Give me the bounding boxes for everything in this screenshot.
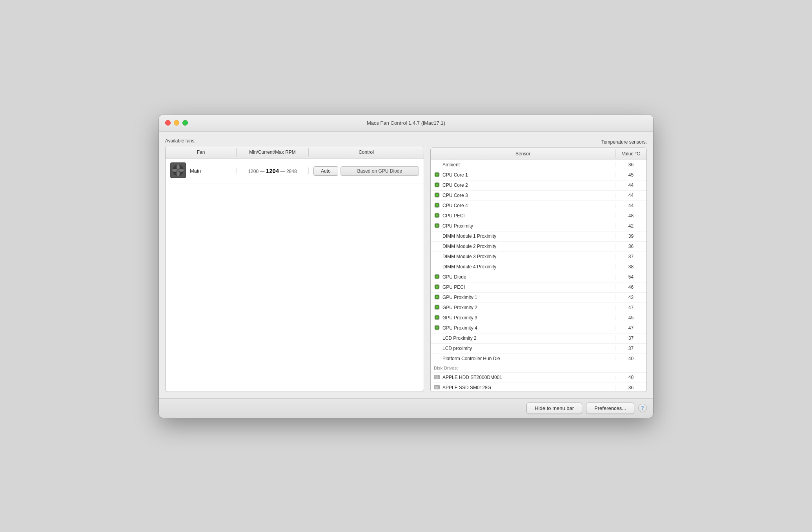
sensor-name: GPU Proximity 3 [442, 315, 477, 321]
sensor-name: CPU Core 4 [442, 203, 468, 208]
sensor-value: 45 [615, 172, 646, 178]
fan-auto-button[interactable]: Auto [313, 166, 338, 176]
chip-icon [434, 171, 440, 179]
sensor-name-cell: Ambient [431, 162, 615, 168]
sensor-row[interactable]: CPU Core 1 45 [431, 170, 646, 180]
sensors-col-sensor: Sensor [431, 149, 615, 158]
sensor-row[interactable]: DIMM Module 3 Proximity 37 [431, 252, 646, 262]
no-icon [434, 253, 440, 260]
sensor-name-cell: GPU Proximity 4 [431, 324, 615, 332]
svg-rect-130 [436, 275, 438, 277]
svg-rect-168 [436, 296, 438, 298]
chip-icon [434, 273, 440, 281]
no-icon [434, 233, 440, 239]
sensor-row[interactable]: GPU Diode 54 [431, 272, 646, 282]
sensors-table: Sensor Value °C Ambient 36 [430, 148, 647, 392]
sensor-row[interactable]: GPU PECI 46 [431, 282, 646, 293]
sensors-panel: Temperature sensors: Sensor Value °C Amb… [430, 138, 647, 392]
svg-point-12 [171, 175, 173, 177]
svg-rect-54 [436, 194, 438, 196]
svg-point-9 [178, 169, 179, 171]
disk-sensor-row[interactable]: APPLE HDD ST2000DM001 40 [431, 373, 646, 383]
sensor-value: 44 [615, 182, 646, 188]
sensor-value: 40 [615, 356, 646, 361]
disk-value: 36 [615, 385, 646, 390]
sensor-value: 42 [615, 223, 646, 229]
sensor-name-cell: GPU Proximity 2 [431, 304, 615, 312]
sensor-name: DIMM Module 3 Proximity [442, 254, 496, 259]
no-icon [434, 335, 440, 341]
sensor-name: DIMM Module 4 Proximity [442, 264, 496, 270]
fan-icon-cell: Main [166, 162, 236, 180]
sensor-name-cell: LCD Proximity 2 [431, 335, 615, 341]
sensor-name-cell: DIMM Module 4 Proximity [431, 264, 615, 270]
sensor-name-cell: GPU Diode [431, 273, 615, 281]
fan-rpm-current: 1204 [266, 168, 279, 174]
sensor-value: 42 [615, 295, 646, 300]
disk-sensor-row[interactable]: APPLE SSD SM0128G 36 [431, 383, 646, 392]
svg-rect-35 [436, 184, 438, 186]
sensor-row[interactable]: LCD proximity 37 [431, 344, 646, 354]
svg-point-13 [183, 175, 185, 177]
sensor-row[interactable]: DIMM Module 2 Proximity 36 [431, 242, 646, 252]
maximize-button[interactable] [182, 120, 188, 126]
fan-control-cell: Auto Based on GPU Diode [309, 166, 424, 176]
sensor-name: Platform Controller Hub Die [442, 356, 500, 361]
fan-rpm-dash: — [260, 169, 266, 174]
sensors-section-title: Temperature sensors: [601, 139, 647, 145]
svg-rect-16 [436, 173, 438, 175]
sensor-row[interactable]: GPU Proximity 2 47 [431, 303, 646, 313]
sensor-row[interactable]: CPU Core 2 44 [431, 180, 646, 191]
close-button[interactable] [165, 120, 171, 126]
sensor-row[interactable]: LCD Proximity 2 37 [431, 333, 646, 344]
sensor-name: LCD proximity [442, 346, 472, 351]
hide-to-menubar-button[interactable]: Hide to menu bar [526, 403, 582, 414]
sensor-row[interactable]: DIMM Module 4 Proximity 38 [431, 262, 646, 272]
sensor-row[interactable]: CPU Core 4 44 [431, 201, 646, 211]
sensor-name: DIMM Module 2 Proximity [442, 244, 496, 249]
sensor-name-cell: CPU Core 4 [431, 202, 615, 210]
sensor-name: Ambient [442, 162, 460, 168]
sensor-value: 45 [615, 315, 646, 321]
fans-section-title: Available fans: [165, 138, 424, 144]
fan-icon [170, 162, 186, 180]
sensor-value: 37 [615, 346, 646, 351]
sensor-value: 44 [615, 203, 646, 208]
sensor-name: CPU Core 2 [442, 182, 468, 188]
chip-icon [434, 192, 440, 199]
sensor-name-cell: CPU Core 1 [431, 171, 615, 179]
preferences-button[interactable]: Preferences... [586, 403, 634, 414]
sensor-value: 38 [615, 264, 646, 270]
svg-point-10 [171, 164, 173, 165]
minimize-button[interactable] [174, 120, 179, 126]
sensor-name-cell: CPU Core 3 [431, 192, 615, 199]
sensor-row[interactable]: CPU Proximity 42 [431, 221, 646, 231]
sensor-row[interactable]: DIMM Module 1 Proximity 39 [431, 231, 646, 242]
sensor-row[interactable]: Ambient 36 [431, 160, 646, 170]
sensor-row[interactable]: CPU PECI 48 [431, 211, 646, 221]
sensor-name: DIMM Module 1 Proximity [442, 233, 496, 239]
help-button[interactable]: ? [638, 404, 647, 412]
svg-rect-187 [436, 306, 438, 308]
svg-rect-111 [436, 224, 438, 226]
sensor-value: 48 [615, 213, 646, 219]
disk-icon [434, 384, 440, 392]
titlebar: Macs Fan Control 1.4.7 (iMac17,1) [159, 115, 653, 132]
sensor-name-cell: Platform Controller Hub Die [431, 355, 615, 362]
chip-icon [434, 294, 440, 301]
sensor-row[interactable]: GPU Proximity 4 47 [431, 323, 646, 333]
sensor-row[interactable]: Platform Controller Hub Die 40 [431, 354, 646, 364]
fans-panel: Available fans: Fan Min/Current/Max RPM … [165, 138, 424, 392]
chip-icon [434, 304, 440, 312]
disk-value: 40 [615, 375, 646, 380]
sensor-row[interactable]: GPU Proximity 3 45 [431, 313, 646, 323]
sensor-value: 47 [615, 305, 646, 310]
sensor-name-cell: LCD proximity [431, 345, 615, 352]
sensor-name-cell: GPU PECI [431, 284, 615, 291]
sensor-name: GPU Diode [442, 274, 466, 280]
svg-rect-149 [436, 286, 438, 288]
sensor-row[interactable]: GPU Proximity 1 42 [431, 293, 646, 303]
sensor-row[interactable]: CPU Core 3 44 [431, 191, 646, 201]
sensor-value: 47 [615, 325, 646, 331]
sensors-scroll-area: Ambient 36 CPU Core 1 45 [431, 160, 646, 392]
